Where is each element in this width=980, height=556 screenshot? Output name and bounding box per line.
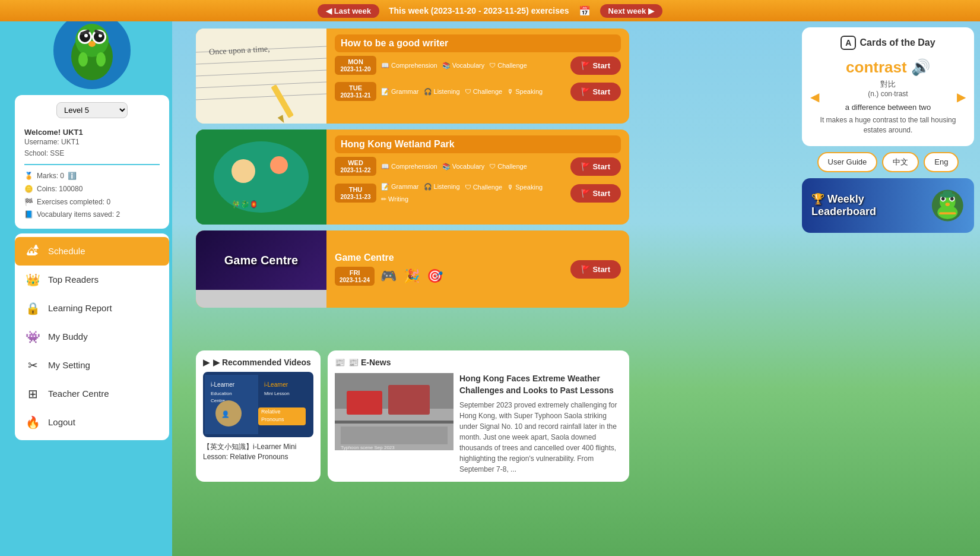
game-card-body: Game Centre FRI2023-11-24 🎮 🎉 🎯 🚩 Start [326,230,629,308]
last-week-button[interactable]: ◀ Last week [318,4,379,18]
svg-point-10 [88,41,96,47]
writer-mon-start-btn[interactable]: 🚩 Start [570,56,621,75]
writing-chip: ✏ Writing [381,195,408,203]
prev-word-btn[interactable]: ◀ [810,90,819,104]
game-icon-3: 🎯 [427,268,443,284]
recommended-header: ▶ ▶ Recommended Videos [203,358,313,367]
video-title: 【英文小知識】i-Learner Mini Lesson: Relative P… [203,442,313,462]
user-guide-btn[interactable]: User Guide [817,152,878,172]
svg-point-52 [950,197,954,200]
game-fri-label: FRI2023-11-24 [335,267,375,286]
top-navigation-bar: ◀ Last week This week (2023-11-20 - 2023… [0,0,980,21]
bottom-section: ▶ ▶ Recommended Videos i-Learner Educati… [196,350,629,482]
svg-rect-43 [335,421,453,424]
nav-my-buddy[interactable]: 👾 My Buddy [15,323,169,351]
recommended-videos-card: ▶ ▶ Recommended Videos i-Learner Educati… [196,350,321,482]
leaderboard-label: 🏆 Weekly Leaderboard [811,192,925,218]
game-start-btn[interactable]: 🚩 Start [570,260,621,279]
vocabulary-row: 📘Vocabulary items saved: 2 [24,208,160,222]
svg-rect-42 [388,385,430,415]
schedule-card-writer: Once upon a time, How to be a good write… [196,29,629,124]
logout-icon: 🔥 [24,414,41,431]
next-word-btn[interactable]: ▶ [957,90,966,104]
welcome-label: Welcome! UKT1 [24,128,160,137]
svg-point-24 [231,159,255,183]
wetland-thumbnail: 🎋🐉🏮 [196,129,326,225]
user-info-card: Level 5 Level 1 Level 2 Level 3 Level 4 … [15,95,169,229]
speaking-chip: 🎙 Speaking [507,88,543,95]
my-setting-icon: ✂ [24,357,41,374]
word-definition: a difference between two [819,103,957,112]
writer-mon-row: MON2023-11-20 📖 Comprehension 📚 Vocabula… [335,56,621,75]
nav-learning-report[interactable]: 🔒 Learning Report [15,294,169,323]
enews-header-label: 📰 E-News [348,358,391,367]
chinese-btn[interactable]: 中文 [882,152,919,172]
wetland-wed-row: WED2023-11-22 📖 Comprehension 📚 Vocabula… [335,157,621,176]
enews-body: September 2023 proved extremely challeng… [459,400,622,475]
recommended-title: ▶ Recommended Videos [213,358,311,367]
game-thumbnail: Game Centre [196,230,326,308]
wetland-thu-start-btn[interactable]: 🚩 Start [570,184,621,203]
svg-text:👤: 👤 [221,410,230,418]
nav-teacher-centre[interactable]: ⊞ Teacher Centre [15,380,169,408]
svg-text:i-Learner: i-Learner [211,381,235,388]
teacher-centre-icon: ⊞ [24,386,41,402]
listening-chip3: 🎧 Listening [424,183,460,191]
marks-row: 🏅Marks: 0ℹ️ [24,170,160,183]
cards-title-box: A [841,36,856,50]
sound-icon[interactable]: 🔊 [911,58,930,76]
learning-report-icon: 🔒 [24,300,41,317]
word-example: It makes a huge contrast to the tall hou… [819,115,957,135]
enews-content: Typhoon scene Sep 2023 Hong Kong Faces E… [335,373,622,475]
current-week-label: This week (2023-11-20 - 2023-11-25) exer… [389,6,569,15]
game-icon-1: 🎮 [380,268,397,284]
video-play-icon: ▶ [203,358,210,367]
enews-header: 📰 📰 E-News [335,358,622,367]
level-select[interactable]: Level 5 Level 1 Level 2 Level 3 Level 4 … [56,102,128,118]
nav-schedule-label: Schedule [48,246,85,256]
comprehension-chip3: 📖 Comprehension [381,163,437,170]
svg-point-6 [84,34,88,37]
nav-my-setting[interactable]: ✂ My Setting [15,351,169,380]
english-btn[interactable]: Eng [924,152,959,172]
schedule-icon: 🏕 [24,243,41,260]
writer-tue-row: TUE2023-11-21 📝 Grammar 🎧 Listening 🛡 Ch… [335,82,621,101]
leaderboard-banner[interactable]: 🏆 Weekly Leaderboard [802,178,974,233]
nav-schedule[interactable]: 🏕 Schedule [15,237,169,266]
enews-image: Typhoon scene Sep 2023 [335,373,453,450]
language-buttons: User Guide 中文 Eng [802,152,974,172]
svg-text:Pronouns: Pronouns [261,416,284,422]
writer-thumbnail: Once upon a time, [196,29,326,124]
exercises-row: 🏁Exercises completed: 0 [24,196,160,209]
svg-rect-54 [940,212,956,214]
grammar-chip3: 📝 Grammar [381,183,419,191]
word-text: contrast [846,58,907,76]
next-week-button[interactable]: Next week ▶ [600,4,662,18]
game-icons: 🎮 🎉 🎯 [380,268,443,284]
wetland-wed-start-btn[interactable]: 🚩 Start [570,157,621,176]
svg-text:Typhoon scene Sep 2023: Typhoon scene Sep 2023 [341,445,395,450]
info-icon[interactable]: ℹ️ [68,170,77,183]
nav-top-readers[interactable]: 👑 Top Readers [15,266,169,294]
wetland-wed-label: WED2023-11-22 [335,157,376,176]
writer-tue-start-btn[interactable]: 🚩 Start [570,83,621,101]
listening-chip: 🎧 Listening [424,88,460,96]
svg-point-11 [78,52,88,67]
top-readers-icon: 👑 [24,271,41,288]
cards-of-day-title: A Cards of the Day [810,36,966,50]
nav-learning-report-label: Learning Report [48,303,112,313]
sidebar: Level 5 Level 1 Level 2 Level 3 Level 4 … [0,0,184,556]
writer-tue-label: TUE2023-11-21 [335,82,376,101]
enews-icon: 📰 [335,358,345,367]
nav-teacher-centre-label: Teacher Centre [48,388,109,399]
comprehension-chip: 📖 Comprehension [381,62,437,70]
challenge-chip2: 🛡 Challenge [465,88,503,95]
svg-point-53 [946,203,950,206]
word-chinese: 對比 [819,79,957,90]
nav-logout[interactable]: 🔥 Logout [15,408,169,437]
my-buddy-icon: 👾 [24,328,41,345]
svg-rect-44 [341,427,448,444]
writer-card-body: How to be a good writer MON2023-11-20 📖 … [326,29,629,124]
video-thumbnail[interactable]: i-Learner Education Centre i-Learner Min… [203,372,313,437]
challenge-chip3: 🛡 Challenge [489,163,527,170]
